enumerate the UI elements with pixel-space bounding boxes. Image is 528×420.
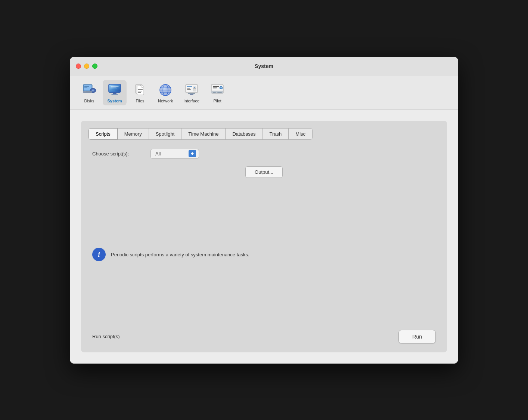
- toolbar: Disks: [70, 76, 458, 109]
- script-select[interactable]: All Daily Weekly Monthly: [150, 149, 199, 159]
- toolbar-label-network: Network: [158, 99, 173, 103]
- svg-rect-11: [109, 84, 120, 92]
- main-panel: Scripts Memory Spotlight Time Machine Da…: [81, 121, 447, 352]
- toolbar-label-system: System: [107, 99, 122, 103]
- network-icon: [158, 82, 173, 97]
- interface-icon: [184, 82, 199, 97]
- svg-rect-39: [187, 89, 191, 90]
- svg-rect-52: [213, 92, 216, 93]
- svg-point-42: [194, 87, 195, 88]
- svg-rect-53: [217, 92, 222, 93]
- toolbar-label-pilot: Pilot: [213, 99, 221, 103]
- tab-memory[interactable]: Memory: [117, 128, 149, 140]
- svg-rect-26: [138, 91, 142, 92]
- pilot-icon: [210, 82, 225, 97]
- toolbar-item-network[interactable]: Network: [153, 80, 177, 105]
- svg-rect-16: [111, 89, 117, 89]
- disks-icon: [82, 82, 97, 97]
- minimize-button[interactable]: [84, 64, 89, 69]
- toolbar-label-interface: Interface: [183, 99, 199, 103]
- titlebar: System: [70, 57, 458, 76]
- toolbar-item-pilot[interactable]: Pilot: [205, 80, 229, 105]
- tab-time-machine[interactable]: Time Machine: [181, 128, 226, 140]
- tab-spotlight[interactable]: Spotlight: [149, 128, 182, 140]
- svg-rect-27: [138, 92, 141, 93]
- window-title: System: [255, 63, 273, 69]
- svg-point-6: [93, 90, 94, 91]
- system-icon: [107, 82, 122, 97]
- choose-scripts-label: Choose script(s):: [92, 151, 145, 157]
- tab-databases[interactable]: Databases: [225, 128, 263, 140]
- svg-rect-8: [84, 92, 86, 92]
- svg-rect-12: [113, 92, 117, 94]
- svg-rect-41: [193, 88, 196, 89]
- script-select-wrapper: All Daily Weekly Monthly: [150, 149, 199, 159]
- output-button[interactable]: Output...: [245, 166, 283, 178]
- svg-rect-43: [188, 93, 195, 94]
- svg-rect-37: [187, 86, 192, 87]
- files-icon: [133, 82, 147, 97]
- info-icon: i: [92, 248, 106, 261]
- content-area: Scripts Memory Spotlight Time Machine Da…: [70, 109, 458, 364]
- close-button[interactable]: [76, 64, 81, 69]
- svg-point-34: [160, 84, 171, 96]
- toolbar-item-disks[interactable]: Disks: [77, 80, 101, 105]
- scripts-panel: Choose script(s): All Daily Weekly Month…: [88, 149, 440, 185]
- svg-rect-2: [84, 86, 89, 87]
- svg-rect-49: [213, 89, 217, 89]
- main-window: System Disks: [70, 57, 458, 364]
- toolbar-item-system[interactable]: System: [103, 80, 127, 105]
- maximize-button[interactable]: [92, 64, 97, 69]
- output-row: Output...: [88, 166, 440, 178]
- tab-misc[interactable]: Misc: [288, 128, 313, 140]
- svg-rect-38: [187, 88, 190, 89]
- toolbar-label-files: Files: [136, 99, 144, 103]
- tab-bar: Scripts Memory Spotlight Time Machine Da…: [88, 128, 440, 140]
- traffic-lights: [76, 64, 97, 69]
- svg-rect-13: [111, 94, 118, 95]
- info-text: Periodic scripts performs a variety of s…: [111, 252, 249, 257]
- tab-scripts[interactable]: Scripts: [88, 128, 118, 140]
- svg-rect-48: [213, 87, 217, 88]
- info-area: i Periodic scripts performs a variety of…: [88, 185, 440, 324]
- svg-rect-25: [138, 89, 143, 90]
- svg-rect-44: [190, 94, 193, 95]
- svg-rect-15: [111, 87, 117, 88]
- svg-rect-3: [84, 87, 87, 88]
- toolbar-label-disks: Disks: [84, 99, 94, 103]
- tab-trash[interactable]: Trash: [263, 128, 289, 140]
- footer: Run script(s) Run: [88, 324, 440, 345]
- svg-rect-47: [213, 86, 219, 87]
- svg-rect-17: [111, 90, 115, 90]
- toolbar-item-interface[interactable]: Interface: [179, 80, 204, 105]
- run-scripts-label: Run script(s): [92, 334, 120, 339]
- toolbar-item-files[interactable]: Files: [128, 80, 152, 105]
- run-button[interactable]: Run: [398, 330, 436, 343]
- svg-rect-14: [111, 86, 119, 87]
- choose-scripts-row: Choose script(s): All Daily Weekly Month…: [88, 149, 440, 159]
